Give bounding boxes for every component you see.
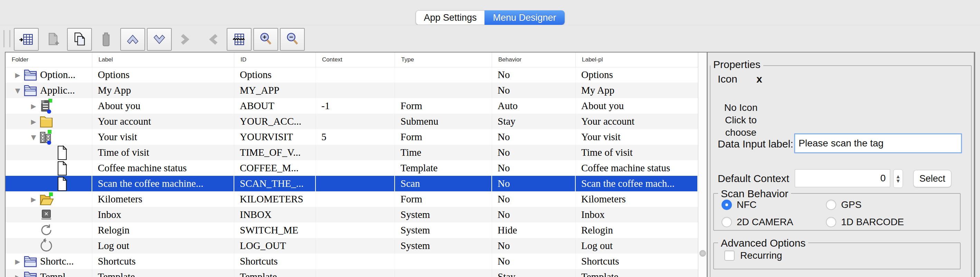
column-header-label-pl[interactable]: Label-pl: [576, 53, 698, 67]
folder-cell: ▶: [6, 191, 92, 207]
radio-option-1d-barcode[interactable]: 1D BARCODE: [826, 217, 940, 228]
type-cell: Scan: [395, 176, 492, 191]
folder-cell: ▶Templ...: [6, 269, 92, 277]
disclosure-collapsed-icon[interactable]: ▶: [28, 118, 39, 126]
tab-app-settings[interactable]: App Settings: [416, 10, 484, 25]
label-cell: Kilometers: [92, 191, 234, 207]
table-row[interactable]: ▼Your visitYOURVISIT5FormNoYour visit: [6, 129, 698, 145]
folder-cell: [6, 238, 92, 253]
tab-strip: App Settings Menu Designer: [0, 0, 980, 25]
folder-cell: ▶: [6, 98, 92, 114]
context-cell: [316, 83, 395, 98]
recurring-checkbox[interactable]: [724, 250, 735, 261]
icon-chooser[interactable]: No Icon Click to choose: [713, 102, 768, 139]
behavior-cell: No: [492, 129, 576, 145]
folder-cell: ▶Shortc...: [6, 253, 92, 269]
default-context-field[interactable]: 0: [795, 169, 890, 187]
default-context-stepper[interactable]: ▲ ▼: [893, 169, 903, 188]
relogin-icon: [39, 223, 55, 238]
move-down-button[interactable]: [147, 28, 172, 51]
column-header-folder[interactable]: Folder: [6, 53, 92, 67]
disclosure-expanded-icon[interactable]: ▼: [13, 87, 23, 94]
radio-selected-icon[interactable]: [722, 200, 732, 210]
table-row[interactable]: ▶About youABOUT-1FormAutoAbout you: [6, 98, 698, 114]
tree-indent: [6, 152, 44, 153]
menu-tree-table: FolderLabelIDContextTypeBehaviorLabel-pl…: [6, 53, 698, 277]
scan-behavior-groupbox: Scan Behavior NFCGPS2D CAMERA1D BARCODE: [713, 193, 961, 231]
label-cell: Template: [92, 269, 234, 277]
type-cell: [395, 83, 492, 98]
table-row[interactable]: Log outLOG_OUTSystemNoLog out: [6, 238, 698, 253]
insert-item-button[interactable]: [14, 28, 39, 51]
column-header-label[interactable]: Label: [92, 53, 234, 67]
radio-option-nfc[interactable]: NFC: [722, 199, 826, 210]
column-header-type[interactable]: Type: [395, 53, 492, 67]
table-row[interactable]: ReloginSWITCH_MESystemHideRelogin: [6, 223, 698, 238]
table-row[interactable]: InboxINBOXSystemNoInbox: [6, 207, 698, 223]
table-row[interactable]: ▶Your accountYOUR_ACC...SubmenuStayYour …: [6, 114, 698, 129]
form-icon: [39, 99, 55, 114]
tab-menu-designer[interactable]: Menu Designer: [484, 10, 565, 25]
table-row[interactable]: ▶Option...OptionsOptionsNoOptions: [6, 67, 698, 83]
radio-label: GPS: [841, 199, 861, 210]
copy-button[interactable]: [67, 28, 92, 51]
disclosure-expanded-icon[interactable]: ▼: [28, 133, 39, 141]
yellow-folder-open-icon: [39, 192, 55, 207]
table-row[interactable]: Coffee machine statusCOFFEE_M...Template…: [6, 160, 698, 176]
label-pl-cell: Options: [576, 67, 698, 83]
id-cell: SWITCH_ME: [234, 223, 316, 238]
radio-option-2d-camera[interactable]: 2D CAMERA: [722, 217, 826, 228]
scrollbar-thumb[interactable]: [699, 250, 706, 256]
label-pl-cell: Your visit: [576, 129, 698, 145]
table-row[interactable]: Scan the coffee machine...SCAN_THE_...Sc…: [6, 176, 698, 191]
icon-clear-button[interactable]: x: [756, 73, 762, 85]
behavior-cell: No: [492, 160, 576, 176]
split-table-button[interactable]: [227, 28, 251, 51]
id-cell: TIME_OF_V...: [234, 145, 316, 160]
panel-right-edge: [974, 52, 974, 277]
select-button[interactable]: Select: [913, 170, 951, 187]
disclosure-collapsed-icon[interactable]: ▶: [28, 196, 39, 203]
move-up-icon: [125, 32, 140, 47]
toolbar: [0, 25, 980, 52]
blue-folder-icon: [23, 83, 39, 98]
zoom-out-button[interactable]: [280, 28, 305, 51]
zoom-in-button[interactable]: [253, 28, 278, 51]
disclosure-collapsed-icon[interactable]: ▶: [13, 71, 23, 79]
radio-unselected-icon[interactable]: [826, 217, 836, 227]
label-pl-cell: About you: [576, 98, 698, 114]
tree-indent: [6, 106, 28, 106]
toolbar-drag-handle[interactable]: [3, 30, 10, 47]
label-pl-cell: Inbox: [576, 207, 698, 223]
disclosure-collapsed-icon[interactable]: ▶: [13, 258, 23, 265]
move-up-button[interactable]: [120, 28, 145, 51]
radio-option-gps[interactable]: GPS: [826, 199, 940, 210]
vertical-scrollbar[interactable]: [698, 53, 707, 277]
table-row[interactable]: ▼Applic...My AppMY_APPNoMy App: [6, 83, 698, 98]
move-right-button: [173, 28, 198, 51]
context-cell: [316, 269, 395, 277]
column-header-id[interactable]: ID: [234, 53, 316, 67]
table-row[interactable]: ▶Shortc...ShortcutsShortcutsNoShortcuts: [6, 253, 698, 269]
disclosure-collapsed-icon[interactable]: ▶: [13, 273, 23, 277]
table-row[interactable]: Time of visitTIME_OF_V...TimeNoTime of v…: [6, 145, 698, 160]
id-cell: KILOMETERS: [234, 191, 316, 207]
column-header-behavior[interactable]: Behavior: [492, 53, 576, 67]
table-row[interactable]: ▶Templ...TemplateTemplateStayTemplate: [6, 269, 698, 277]
table-row[interactable]: ▶KilometersKILOMETERSFormNoKilometers: [6, 191, 698, 207]
logout-icon: [39, 238, 55, 253]
data-input-field[interactable]: Please scan the tag: [794, 133, 962, 153]
add-page-button: [40, 28, 65, 51]
radio-unselected-icon[interactable]: [826, 200, 836, 210]
folder-cell: [6, 160, 92, 176]
disclosure-collapsed-icon[interactable]: ▶: [28, 102, 39, 110]
column-header-context[interactable]: Context: [316, 53, 395, 67]
type-cell: System: [395, 223, 492, 238]
type-cell: Form: [395, 191, 492, 207]
label-cell: Log out: [92, 238, 234, 253]
radio-unselected-icon[interactable]: [722, 217, 732, 227]
move-left-icon: [205, 32, 220, 47]
folder-cell: [6, 145, 92, 160]
folder-cell: ▶Option...: [6, 67, 92, 83]
label-pl-cell: Coffee machine status: [576, 160, 698, 176]
